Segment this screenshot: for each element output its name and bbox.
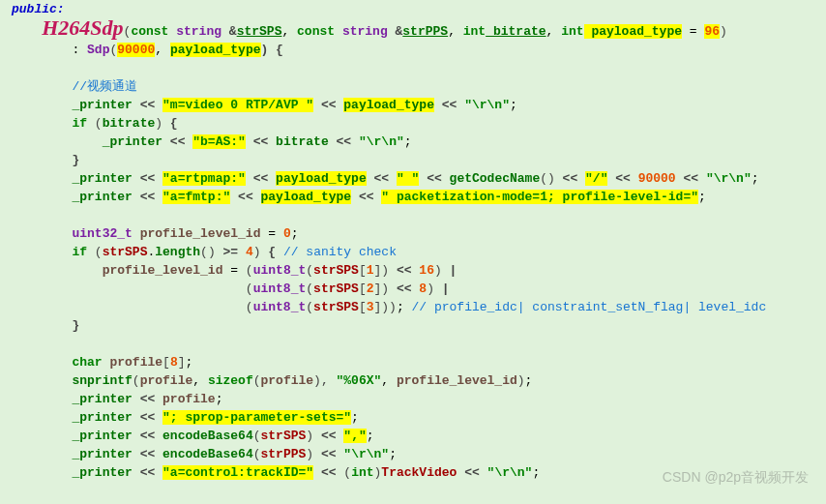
code-block: public: H264Sdp(const string &strSPS, co… [0,0,826,504]
line-public: public: [12,0,826,18]
line-sig: H264Sdp(const string &strSPS, const stri… [12,18,826,41]
line-comment-video: //视频通道 [12,77,826,96]
line-init: : Sdp(90000, payload_type) { [12,41,826,59]
kw-public: public: [12,2,65,16]
watermark: CSDN @p2p音视频开发 [663,469,809,487]
class-name: H264Sdp [42,15,123,40]
line-end: } « end H264Sdp » [12,500,826,504]
